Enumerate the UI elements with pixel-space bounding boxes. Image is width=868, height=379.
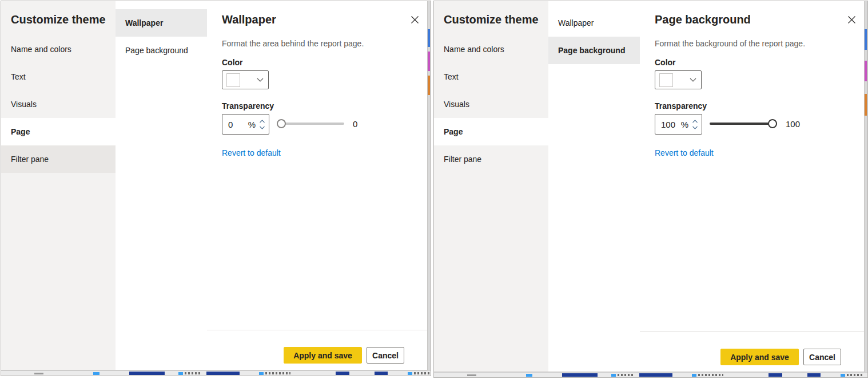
sidebar-item-page[interactable]: Page: [1, 118, 116, 145]
sidebar-item-text[interactable]: Text: [1, 63, 116, 90]
transparency-slider-row: 0: [277, 113, 357, 134]
transparency-value: 100: [661, 120, 675, 129]
transparency-label: Transparency: [655, 101, 707, 110]
background-fragment: [639, 373, 672, 377]
transparency-slider-row: 100: [710, 113, 800, 134]
page-subnav: Wallpaper Page background: [548, 1, 640, 372]
dialog-title: Customize theme: [444, 13, 539, 26]
transparency-slider[interactable]: [277, 119, 344, 128]
chevron-down-icon: [690, 78, 696, 82]
color-dropdown[interactable]: [655, 70, 702, 89]
background-fragment: [562, 373, 598, 377]
background-fragment: [93, 372, 99, 375]
theme-color-bar-magenta: [428, 52, 430, 71]
sidebar-item-filter-pane[interactable]: Filter pane: [434, 145, 548, 173]
transparency-unit: %: [681, 120, 688, 129]
background-fragment: [336, 372, 349, 375]
revert-to-default-link[interactable]: Revert to default: [655, 148, 714, 157]
page-background-detail-panel: Page background Format the background of…: [640, 1, 864, 372]
background-bottom-strip: [1, 370, 431, 376]
transparency-value: 0: [228, 120, 233, 129]
color-swatch: [659, 73, 673, 87]
theme-color-bar-orange: [865, 94, 867, 116]
customize-theme-dialog: Customize theme Name and colors Text Vis…: [434, 1, 865, 372]
background-fragment: [414, 372, 430, 374]
background-fragment: [618, 374, 635, 376]
color-label: Color: [655, 58, 676, 67]
theme-color-bar-blue: [428, 29, 430, 47]
background-fragment: [769, 373, 782, 377]
dialog-footer: Apply and save Cancel: [640, 331, 864, 372]
chevron-down-icon: [257, 78, 264, 82]
sidebar-item-text[interactable]: Text: [434, 63, 548, 90]
background-fragment: [34, 373, 43, 374]
sidebar-item-page[interactable]: Page: [434, 118, 548, 145]
panel-description: Format the background of the report page…: [655, 39, 805, 48]
background-fragment: [841, 374, 845, 377]
background-fragment: [129, 372, 165, 375]
transparency-unit: %: [248, 120, 256, 129]
theme-color-bar-orange: [428, 76, 430, 95]
sidebar-item-name-and-colors[interactable]: Name and colors: [434, 35, 548, 63]
cancel-button[interactable]: Cancel: [803, 349, 841, 365]
spinner-up-icon[interactable]: [691, 119, 699, 124]
background-fragment: [467, 374, 476, 376]
color-dropdown[interactable]: [222, 70, 269, 89]
spinner-control: [256, 115, 269, 134]
background-fragment: [807, 373, 821, 377]
panel-heading: Wallpaper: [222, 13, 276, 26]
background-edge-strip: [428, 1, 431, 370]
background-bottom-strip: [434, 372, 867, 377]
transparency-input[interactable]: 100 %: [655, 114, 702, 135]
color-label: Color: [222, 58, 243, 67]
background-edge-strip: [865, 1, 867, 372]
wallpaper-detail-panel: Wallpaper Format the area behind the rep…: [207, 1, 427, 370]
sidebar-item-filter-pane[interactable]: Filter pane: [1, 145, 116, 173]
sidebar-item-visuals[interactable]: Visuals: [434, 90, 548, 118]
theme-sidebar: Customize theme Name and colors Text Vis…: [434, 1, 548, 372]
background-fragment: [265, 372, 290, 374]
color-swatch: [226, 73, 240, 87]
subnav-item-wallpaper[interactable]: Wallpaper: [548, 9, 640, 37]
slider-value-label: 100: [786, 119, 800, 129]
transparency-label: Transparency: [222, 101, 274, 110]
sidebar-item-visuals[interactable]: Visuals: [1, 90, 116, 118]
close-button[interactable]: [409, 14, 420, 25]
revert-to-default-link[interactable]: Revert to default: [222, 148, 281, 157]
close-icon: [847, 15, 856, 24]
spinner-up-icon[interactable]: [258, 119, 266, 124]
screenshot-page-background: Customize theme Name and colors Text Vis…: [433, 1, 868, 378]
background-fragment: [206, 372, 240, 375]
transparency-slider[interactable]: [710, 119, 777, 128]
close-icon: [411, 15, 419, 24]
apply-and-save-button[interactable]: Apply and save: [720, 349, 799, 365]
dialog-footer: Apply and save Cancel: [207, 330, 427, 370]
subnav-item-page-background[interactable]: Page background: [548, 37, 640, 64]
subnav-item-wallpaper[interactable]: Wallpaper: [116, 9, 207, 37]
spinner-down-icon[interactable]: [258, 125, 266, 130]
page-subnav: Wallpaper Page background: [116, 1, 207, 370]
slider-thumb[interactable]: [768, 119, 777, 128]
slider-fill: [710, 123, 777, 125]
background-fragment: [847, 374, 863, 376]
theme-sidebar: Customize theme Name and colors Text Vis…: [1, 1, 116, 370]
slider-thumb[interactable]: [277, 119, 286, 128]
close-button[interactable]: [846, 14, 857, 25]
panel-heading: Page background: [655, 13, 751, 26]
slider-value-label: 0: [353, 119, 357, 129]
background-fragment: [375, 372, 388, 375]
theme-color-bar-blue: [865, 29, 867, 50]
background-fragment: [185, 372, 202, 374]
apply-and-save-button[interactable]: Apply and save: [284, 347, 362, 364]
customize-theme-dialog: Customize theme Name and colors Text Vis…: [1, 1, 428, 370]
background-fragment: [408, 372, 412, 375]
slider-track: [277, 123, 344, 125]
background-fragment: [611, 374, 616, 377]
screenshot-wallpaper: Customize theme Name and colors Text Vis…: [1, 1, 431, 376]
transparency-input[interactable]: 0 %: [222, 114, 269, 135]
cancel-button[interactable]: Cancel: [367, 347, 404, 364]
subnav-item-page-background[interactable]: Page background: [116, 37, 207, 64]
spinner-down-icon[interactable]: [691, 125, 699, 130]
sidebar-item-name-and-colors[interactable]: Name and colors: [1, 35, 116, 63]
background-fragment: [692, 374, 696, 377]
